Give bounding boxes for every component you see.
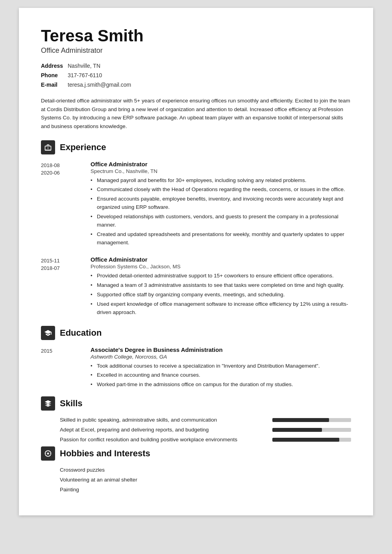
skills-section: Skills Skilled in public speaking, admin…: [41, 396, 351, 442]
email-label: E-mail: [41, 82, 65, 88]
bullet-item: Created and updated spreadsheets and pre…: [91, 231, 351, 247]
entry-content: Office AdministratorSpectrum Co., Nashvi…: [91, 161, 351, 248]
skill-bar-fill: [272, 418, 329, 422]
experience-icon: [41, 140, 55, 154]
entry-dates: 2015-112018-07: [41, 256, 84, 318]
entry-year: 2015: [41, 346, 84, 390]
bullet-item: Developed relationships with customers, …: [91, 213, 351, 229]
entry-job-title: Office Administrator: [91, 161, 351, 167]
experience-list: 2018-082020-06Office AdministratorSpectr…: [41, 161, 351, 318]
hobbies-icon: [41, 446, 55, 461]
phone-value: 317-767-6110: [68, 72, 102, 78]
email-value: teresa.j.smith@gmail.com: [68, 82, 131, 88]
bullet-item: Managed payroll and benefits for 30+ emp…: [91, 177, 351, 185]
entry-bullets: Provided detail-oriented administrative …: [91, 272, 351, 317]
edu-content: Associate's Degree in Business Administr…: [91, 346, 351, 390]
phone-label: Phone: [41, 72, 65, 78]
skill-bar-container: [272, 418, 351, 422]
bullet-item: Used expert knowledge of office manageme…: [91, 300, 351, 317]
experience-entry: 2018-082020-06Office AdministratorSpectr…: [41, 161, 351, 248]
svg-point-2: [47, 453, 49, 455]
hobbies-title: Hobbies and Interests: [60, 448, 150, 459]
hobby-item: Volunteering at an animal shelter: [60, 477, 351, 483]
hobbies-list: Crossword puzzlesVolunteering at an anim…: [60, 467, 351, 493]
bullet-item: Managed a team of 3 administrative assis…: [91, 281, 351, 290]
entry-job-title: Office Administrator: [91, 256, 351, 263]
bullet-item: Worked part-time in the admissions offic…: [91, 381, 351, 389]
hobby-item: Crossword puzzles: [60, 467, 351, 473]
skill-row: Passion for conflict resolution and buil…: [60, 437, 351, 442]
skill-label: Passion for conflict resolution and buil…: [60, 437, 272, 442]
experience-title: Experience: [60, 142, 106, 152]
education-icon: [41, 326, 55, 340]
education-list: 2015Associate's Degree in Business Admin…: [41, 346, 351, 390]
address-label: Address: [41, 63, 65, 69]
bullet-item: Supported office staff by organizing com…: [91, 291, 351, 299]
education-entry: 2015Associate's Degree in Business Admin…: [41, 346, 351, 390]
skill-bar-fill: [272, 438, 339, 442]
skill-bar-container: [272, 438, 351, 442]
resume-document: Teresa Smith Office Administrator Addres…: [19, 8, 373, 515]
edu-bullets: Took additional courses to receive a spe…: [91, 362, 351, 389]
skill-bar-fill: [272, 428, 322, 432]
entry-school: Ashworth College, Norcross, GA: [91, 354, 351, 360]
entry-company: Profession Systems Co., Jackson, MS: [91, 264, 351, 270]
address-value: Nashville, TN: [68, 63, 100, 69]
education-section: Education 2015Associate's Degree in Busi…: [41, 326, 351, 390]
briefcase-icon: [44, 143, 52, 151]
education-title: Education: [60, 328, 102, 338]
hobby-item: Painting: [60, 487, 351, 493]
bullet-item: Provided detail-oriented administrative …: [91, 272, 351, 280]
experience-entry: 2015-112018-07Office AdministratorProfes…: [41, 256, 351, 318]
graduation-icon: [44, 329, 52, 337]
skills-diamond-icon: [44, 400, 52, 407]
entry-bullets: Managed payroll and benefits for 30+ emp…: [91, 177, 351, 247]
bullet-item: Took additional courses to receive a spe…: [91, 362, 351, 370]
hobbies-circle-icon: [44, 450, 52, 457]
experience-section: Experience 2018-082020-06Office Administ…: [41, 140, 351, 318]
entry-dates: 2018-082020-06: [41, 161, 84, 248]
bullet-item: Ensured accounts payable, employee benef…: [91, 195, 351, 212]
skills-title: Skills: [60, 398, 82, 409]
skills-list: Skilled in public speaking, administrati…: [41, 417, 351, 442]
header-section: Teresa Smith Office Administrator: [41, 27, 351, 55]
skill-bar-container: [272, 428, 351, 432]
svg-rect-0: [47, 147, 48, 148]
entry-degree: Associate's Degree in Business Administr…: [91, 346, 351, 353]
summary-text: Detail-oriented office administrator wit…: [41, 97, 351, 130]
applicant-name: Teresa Smith: [41, 27, 351, 45]
contact-section: Address Nashville, TN Phone 317-767-6110…: [41, 63, 351, 88]
entry-content: Office AdministratorProfession Systems C…: [91, 256, 351, 318]
skill-row: Skilled in public speaking, administrati…: [60, 417, 351, 423]
applicant-title: Office Administrator: [41, 46, 351, 55]
skills-icon: [41, 396, 55, 411]
bullet-item: Excelled in accounting and finance cours…: [91, 371, 351, 379]
skill-label: Adept at Excel, preparing and delivering…: [60, 427, 272, 433]
skill-label: Skilled in public speaking, administrati…: [60, 417, 272, 423]
entry-company: Spectrum Co., Nashville, TN: [91, 168, 351, 174]
hobbies-section: Hobbies and Interests Crossword puzzlesV…: [41, 446, 351, 493]
bullet-item: Communicated closely with the Head of Op…: [91, 186, 351, 194]
skill-row: Adept at Excel, preparing and delivering…: [60, 427, 351, 433]
